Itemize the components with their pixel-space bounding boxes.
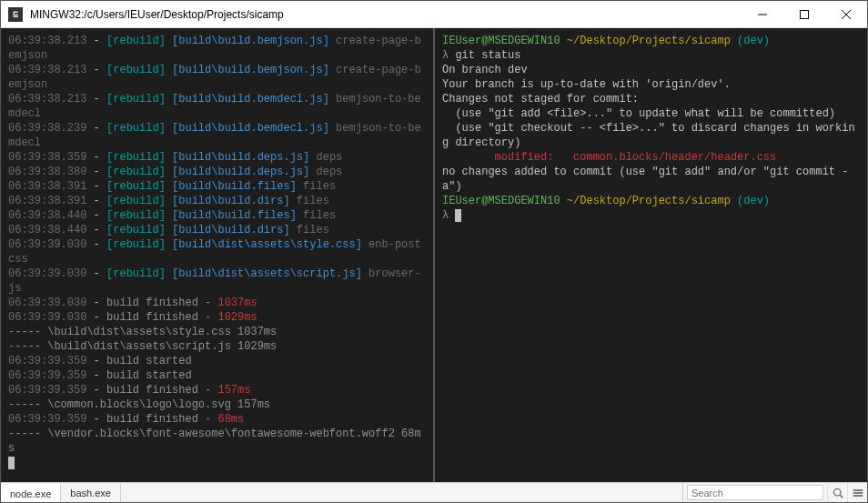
prompt-line: IEUser@MSEDGEWIN10 ~/Desktop/Projects/si… (442, 34, 860, 48)
log-line: 06:39:39.359 - build finished - 68ms (8, 412, 426, 427)
log-line: 06:39:39.359 - build finished - 157ms (8, 383, 426, 397)
terminal-left[interactable]: 06:39:38.213 - [rebuild] [build\build.be… (1, 28, 435, 482)
minimize-button[interactable] (742, 1, 783, 28)
log-line: 06:39:39.359 - build started (8, 354, 426, 368)
settings-icon[interactable] (847, 483, 867, 502)
output-line: Your branch is up-to-date with 'origin/d… (442, 77, 860, 92)
log-line: ----- \vendor.blocks\font-awesome\fontaw… (8, 427, 426, 456)
svg-rect-1 (801, 10, 809, 18)
output-line: (use "git checkout -- <file>..." to disc… (442, 121, 860, 150)
log-line: 06:39:38.391 - [rebuild] [build\build.di… (8, 194, 426, 208)
tab-node[interactable]: node.exe (1, 483, 61, 502)
command-line: λ git status (442, 48, 860, 63)
svg-point-4 (833, 488, 841, 496)
log-line: 06:39:38.359 - [rebuild] [build\build.de… (8, 150, 426, 165)
terminal-panes: 06:39:38.213 - [rebuild] [build\build.be… (1, 28, 867, 482)
log-line: 06:39:39.359 - build started (8, 368, 426, 383)
log-line: 06:39:38.213 - [rebuild] [build\build.be… (8, 63, 426, 92)
log-line: 06:39:38.440 - [rebuild] [build\build.fi… (8, 208, 426, 223)
log-line: ----- \common.blocks\logo\logo.svg 157ms (8, 397, 426, 412)
cursor (8, 457, 15, 469)
terminal-right[interactable]: IEUser@MSEDGEWIN10 ~/Desktop/Projects/si… (435, 28, 867, 482)
titlebar[interactable]: ⊑ MINGW32:/c/Users/IEUser/Desktop/Projec… (1, 1, 867, 28)
svg-rect-7 (853, 492, 863, 494)
cursor (455, 209, 461, 222)
app-icon: ⊑ (8, 7, 23, 22)
tab-bash[interactable]: bash.exe (61, 483, 121, 502)
output-line: On branch dev (442, 63, 860, 77)
search-input[interactable] (687, 485, 823, 500)
log-line: 06:39:39.030 - [rebuild] [build\dist\ass… (8, 237, 426, 267)
log-line: ----- \build\dist\assets\style.css 1037m… (8, 325, 426, 339)
svg-line-5 (840, 495, 843, 498)
log-line: 06:39:38.380 - [rebuild] [build\build.de… (8, 165, 426, 179)
modified-line: modified: common.blocks/header/header.cs… (442, 150, 860, 165)
log-line: 06:39:38.440 - [rebuild] [build\build.di… (8, 223, 426, 237)
search-box (682, 483, 827, 502)
command-line: λ (442, 208, 860, 223)
output-line: no changes added to commit (use "git add… (442, 165, 860, 194)
svg-rect-8 (853, 495, 863, 497)
log-line: 06:39:38.213 - [rebuild] [build\build.be… (8, 92, 426, 121)
log-line: 06:39:39.030 - build finished - 1037ms (8, 296, 426, 310)
log-line: 06:39:38.391 - [rebuild] [build\build.fi… (8, 179, 426, 194)
maximize-button[interactable] (783, 1, 825, 28)
window-title: MINGW32:/c/Users/IEUser/Desktop/Projects… (30, 8, 742, 21)
output-line: Changes not staged for commit: (442, 92, 860, 106)
log-line: ----- \build\dist\assets\script.js 1029m… (8, 339, 426, 354)
svg-rect-6 (853, 489, 863, 491)
log-line: 06:39:38.239 - [rebuild] [build\build.be… (8, 121, 426, 150)
prompt-line: IEUser@MSEDGEWIN10 ~/Desktop/Projects/si… (442, 194, 860, 208)
log-line: 06:39:39.030 - [rebuild] [build\dist\ass… (8, 267, 426, 296)
window: ⊑ MINGW32:/c/Users/IEUser/Desktop/Projec… (0, 0, 868, 503)
statusbar: node.exe bash.exe (1, 482, 867, 502)
log-line: 06:39:38.213 - [rebuild] [build\build.be… (8, 34, 426, 63)
search-icon[interactable] (827, 483, 847, 502)
log-line: 06:39:39.030 - build finished - 1029ms (8, 310, 426, 325)
output-line: (use "git add <file>..." to update what … (442, 106, 860, 121)
close-button[interactable] (825, 1, 867, 28)
